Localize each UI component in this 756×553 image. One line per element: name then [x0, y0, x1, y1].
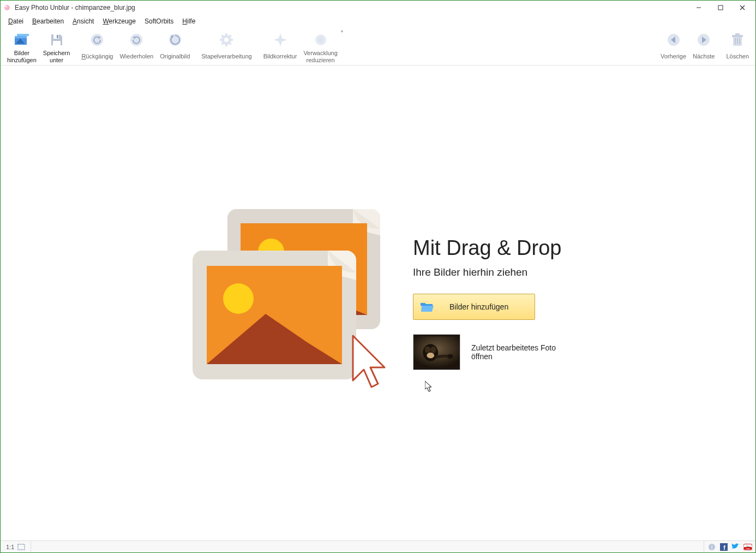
- toolbar-next[interactable]: Nächste: [689, 29, 718, 65]
- menu-ansicht[interactable]: Ansicht: [68, 16, 98, 27]
- toolbar-delete[interactable]: Löschen: [723, 29, 752, 65]
- status-zoom[interactable]: 1:1: [1, 541, 31, 552]
- add-images-button[interactable]: Bilder hinzufügen: [413, 294, 535, 320]
- recent-label: Zuletzt bearbeitetes Foto öffnen: [471, 343, 567, 361]
- svg-marker-29: [274, 33, 287, 46]
- svg-rect-22: [220, 39, 223, 41]
- blur-icon: [312, 31, 329, 49]
- svg-rect-20: [225, 33, 227, 37]
- menu-hilfe[interactable]: Hilfe: [178, 16, 200, 27]
- recent-thumbnail: [413, 334, 460, 370]
- close-button[interactable]: [731, 1, 753, 15]
- app-icon: [3, 3, 11, 12]
- toolbar-correction-label: Bildkorrektur: [263, 50, 297, 64]
- toolbar-add-images-label: Bilder hinzufügen: [7, 50, 37, 64]
- toolbar-redo[interactable]: Wiederholen: [116, 29, 157, 65]
- menu-softorbits[interactable]: SoftOrbits: [140, 16, 178, 27]
- trash-icon: [729, 31, 746, 49]
- svg-text:i: i: [711, 544, 712, 550]
- drop-text: Mit Drag & Drop Ihre Bilder hierhin zieh…: [413, 236, 567, 370]
- status-zoom-label: 1:1: [6, 544, 14, 550]
- menu-werkzeuge[interactable]: Werkzeuge: [98, 16, 140, 27]
- original-icon: [166, 31, 184, 49]
- drop-subheading: Ihre Bilder hierhin ziehen: [413, 266, 567, 278]
- add-images-icon: [13, 31, 31, 49]
- save-icon: [48, 31, 65, 49]
- svg-point-54: [430, 346, 436, 353]
- toolbar: Bilder hinzufügen Speichern unter Rückgä…: [1, 28, 755, 66]
- recent-photo[interactable]: Zuletzt bearbeitetes Foto öffnen: [413, 334, 567, 370]
- toolbar-batch-label: Stapelverarbeitung: [201, 50, 251, 64]
- menu-bar: Datei Bearbeiten Ansicht Werkzeuge SoftO…: [1, 15, 755, 28]
- toolbar-next-label: Nächste: [693, 50, 715, 64]
- prev-icon: [665, 31, 682, 49]
- gear-icon: [218, 31, 235, 49]
- svg-point-55: [427, 353, 434, 358]
- toolbar-right: Vorherige Nächste Löschen: [657, 29, 752, 65]
- toolbar-shake-label: Verwacklung reduzieren: [303, 50, 337, 64]
- sparkle-icon: [272, 31, 289, 49]
- svg-rect-11: [57, 35, 58, 38]
- toolbar-save-as[interactable]: Speichern unter: [40, 29, 74, 65]
- svg-text:Tube: Tube: [746, 547, 751, 550]
- toolbar-left: Bilder hinzufügen Speichern unter Rückgä…: [4, 29, 346, 65]
- svg-point-1: [5, 6, 7, 8]
- folder-open-icon: [420, 301, 434, 312]
- drop-heading: Mit Drag & Drop: [413, 236, 567, 260]
- redo-icon: [128, 31, 145, 49]
- drag-drop-graphic: [189, 205, 397, 401]
- svg-point-15: [130, 34, 142, 46]
- svg-point-28: [224, 38, 229, 42]
- svg-rect-12: [53, 41, 61, 45]
- info-icon[interactable]: i: [707, 543, 716, 551]
- toolbar-correction[interactable]: Bildkorrektur: [260, 29, 301, 65]
- svg-point-48: [223, 283, 254, 314]
- svg-rect-8: [15, 36, 27, 38]
- toolbar-batch[interactable]: Stapelverarbeitung: [198, 29, 255, 65]
- svg-point-53: [425, 346, 430, 353]
- toolbar-shake[interactable]: Verwacklung reduzieren: [300, 29, 340, 65]
- status-bar: 1:1 i f YouTube: [1, 540, 755, 552]
- toolbar-original-label: Originalbild: [160, 50, 190, 64]
- toolbar-overflow[interactable]: ▾: [341, 29, 346, 36]
- drop-area: Mit Drag & Drop Ihre Bilder hierhin zieh…: [189, 205, 567, 401]
- window-controls: [688, 1, 753, 15]
- maximize-button[interactable]: [710, 1, 731, 15]
- next-icon: [695, 31, 712, 49]
- svg-point-31: [317, 37, 324, 43]
- toolbar-undo-label: Rückgängig: [81, 50, 113, 64]
- minimize-button[interactable]: [688, 1, 710, 15]
- undo-icon: [88, 31, 106, 49]
- svg-rect-21: [225, 43, 227, 46]
- status-spacer: [31, 541, 704, 552]
- svg-rect-38: [735, 33, 740, 35]
- status-social-icons: i f YouTube: [704, 543, 755, 551]
- svg-point-56: [447, 354, 453, 359]
- title-bar: Easy Photo Unblur - chimpanzee_blur.jpg: [1, 1, 755, 15]
- toolbar-save-as-label: Speichern unter: [43, 50, 70, 64]
- svg-rect-9: [17, 34, 29, 36]
- window-title: Easy Photo Unblur - chimpanzee_blur.jpg: [15, 4, 688, 11]
- svg-text:f: f: [723, 544, 725, 551]
- toolbar-prev-label: Vorherige: [661, 50, 686, 64]
- canvas[interactable]: Mit Drag & Drop Ihre Bilder hierhin zieh…: [1, 66, 755, 540]
- svg-rect-57: [18, 544, 25, 550]
- youtube-icon[interactable]: YouTube: [743, 543, 752, 551]
- svg-point-0: [4, 5, 10, 10]
- toolbar-add-images[interactable]: Bilder hinzufügen: [4, 29, 40, 65]
- toolbar-original[interactable]: Originalbild: [157, 29, 193, 65]
- twitter-icon[interactable]: [731, 543, 740, 551]
- menu-bearbeiten[interactable]: Bearbeiten: [28, 16, 68, 27]
- toolbar-undo[interactable]: Rückgängig: [78, 29, 116, 65]
- fit-screen-icon: [17, 544, 25, 550]
- menu-datei[interactable]: Datei: [4, 16, 28, 27]
- toolbar-prev[interactable]: Vorherige: [657, 29, 689, 65]
- toolbar-redo-label: Wiederholen: [119, 50, 153, 64]
- add-images-button-label: Bilder hinzufügen: [449, 302, 508, 311]
- toolbar-delete-label: Löschen: [726, 50, 749, 64]
- svg-point-13: [91, 34, 103, 46]
- svg-rect-23: [230, 39, 233, 41]
- facebook-icon[interactable]: f: [719, 543, 728, 551]
- svg-rect-3: [718, 5, 723, 10]
